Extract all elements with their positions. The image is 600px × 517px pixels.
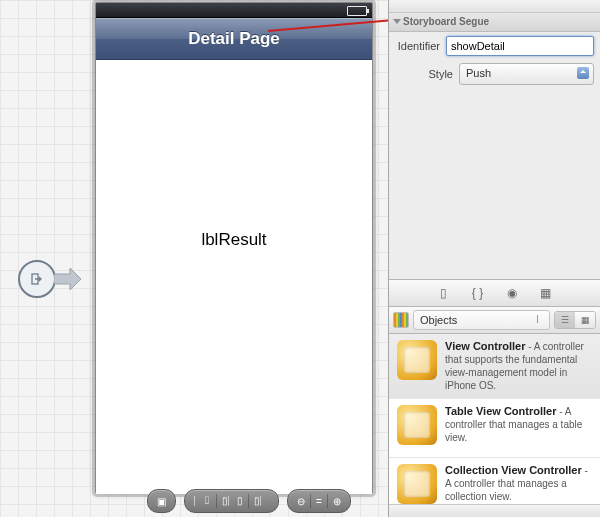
style-row: Style Push bbox=[389, 60, 600, 88]
zoom-controls[interactable]: ⊖ = ⊕ bbox=[287, 489, 351, 513]
segue-icon bbox=[18, 260, 56, 298]
segue-indicator[interactable] bbox=[18, 260, 82, 298]
media-tab-icon[interactable]: ▦ bbox=[538, 285, 554, 301]
segue-section-header[interactable]: Storyboard Segue bbox=[389, 13, 600, 32]
library-item-text: Collection View Controller - A controlle… bbox=[445, 464, 592, 503]
navigation-bar[interactable]: Detail Page bbox=[96, 18, 372, 60]
library-item-icon bbox=[397, 405, 437, 445]
zoom-out-icon[interactable]: ⊖ bbox=[294, 496, 308, 507]
view-controller-scene[interactable]: Detail Page lblResult bbox=[95, 2, 373, 494]
library-tabs: ▯ { } ◉ ▦ bbox=[389, 279, 600, 307]
scroll-cap bbox=[389, 0, 600, 13]
library-item[interactable]: View Controller - A controller that supp… bbox=[389, 334, 600, 399]
alignment-controls[interactable]: ⎸▯ ▯⎸▯ ▯⎸ bbox=[184, 489, 279, 513]
segue-arrow-icon bbox=[54, 267, 82, 291]
nav-title: Detail Page bbox=[188, 29, 280, 48]
align-left-icon[interactable]: ⎸▯ bbox=[191, 495, 214, 507]
identifier-row: Identifier bbox=[389, 32, 600, 60]
library-filter-field[interactable]: Objects bbox=[413, 310, 550, 330]
grid-view-icon[interactable]: ▦ bbox=[575, 312, 595, 328]
library-item-icon bbox=[397, 340, 437, 380]
battery-icon bbox=[347, 6, 367, 16]
library-view-toggle[interactable]: ☰ ▦ bbox=[554, 311, 596, 329]
code-snippet-tab-icon[interactable]: { } bbox=[470, 285, 486, 301]
list-view-icon[interactable]: ☰ bbox=[555, 312, 575, 328]
zoom-fit-icon[interactable]: = bbox=[313, 496, 325, 507]
view-content[interactable]: lblResult bbox=[96, 60, 372, 494]
inspector-panel: Storyboard Segue Identifier Style Push ▯… bbox=[388, 0, 600, 517]
zoom-in-icon[interactable]: ⊕ bbox=[330, 496, 344, 507]
inspector-empty-area bbox=[389, 88, 600, 279]
file-template-tab-icon[interactable]: ▯ bbox=[436, 285, 452, 301]
identifier-field[interactable] bbox=[446, 36, 594, 56]
library-item[interactable]: Table View Controller - A controller tha… bbox=[389, 399, 600, 458]
document-outline-toggle[interactable]: ▣ bbox=[147, 489, 176, 513]
library-item-icon bbox=[397, 464, 437, 504]
identifier-label: Identifier bbox=[395, 40, 446, 52]
scroll-cap bbox=[389, 504, 600, 517]
outline-icon: ▣ bbox=[154, 496, 169, 507]
object-tab-icon[interactable]: ◉ bbox=[504, 285, 520, 301]
canvas-toolbar: ▣ ⎸▯ ▯⎸▯ ▯⎸ ⊖ = ⊕ bbox=[147, 489, 351, 513]
library-item-text: Table View Controller - A controller tha… bbox=[445, 405, 592, 444]
align-right-icon[interactable]: ▯⎸ bbox=[251, 495, 272, 507]
library-item[interactable]: Collection View Controller - A controlle… bbox=[389, 458, 600, 504]
status-bar bbox=[96, 3, 372, 18]
library-category-icon[interactable] bbox=[393, 312, 409, 328]
align-center-icon[interactable]: ▯⎸▯ bbox=[219, 495, 246, 507]
storyboard-canvas[interactable]: Detail Page lblResult ▣ ⎸▯ ▯⎸▯ ▯⎸ ⊖ bbox=[0, 0, 388, 517]
style-label: Style bbox=[395, 68, 459, 80]
library-item-text: View Controller - A controller that supp… bbox=[445, 340, 592, 392]
object-library-list[interactable]: View Controller - A controller that supp… bbox=[389, 334, 600, 504]
library-header: Objects ☰ ▦ bbox=[389, 307, 600, 334]
style-select[interactable]: Push bbox=[459, 63, 594, 85]
result-label[interactable]: lblResult bbox=[96, 230, 372, 250]
